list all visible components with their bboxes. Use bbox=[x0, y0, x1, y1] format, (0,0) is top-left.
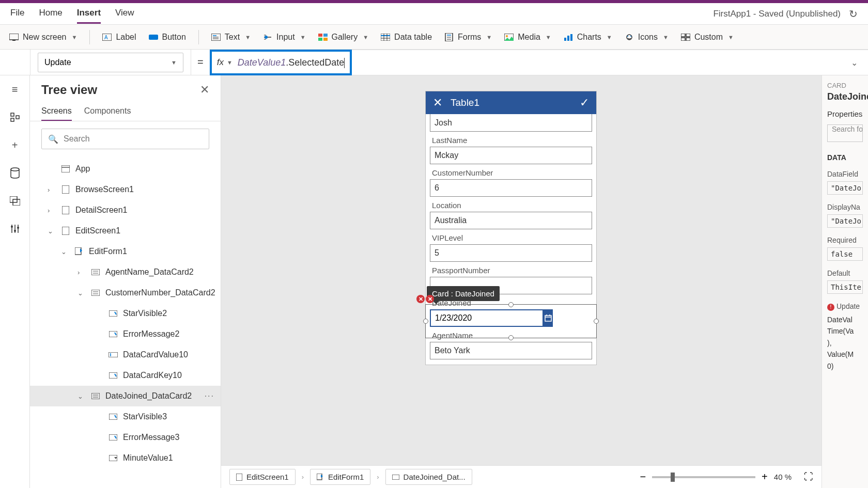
menu-file[interactable]: File bbox=[10, 4, 24, 24]
new-screen-button[interactable]: New screen▼ bbox=[9, 33, 77, 42]
last-name-label: LastName bbox=[430, 136, 592, 145]
close-icon[interactable]: ✕ bbox=[200, 83, 209, 97]
default-label: Default bbox=[827, 269, 863, 277]
add-icon[interactable]: + bbox=[8, 138, 22, 152]
fx-icon: fx bbox=[217, 57, 224, 68]
svg-point-44 bbox=[11, 226, 13, 228]
calendar-icon[interactable] bbox=[544, 309, 553, 327]
media-panel-icon[interactable] bbox=[8, 194, 22, 208]
chevron-down-icon[interactable]: ⌄ bbox=[78, 289, 86, 297]
data-section-header: DATA bbox=[827, 153, 863, 162]
close-icon[interactable]: ✕ bbox=[433, 96, 442, 109]
screen-icon bbox=[9, 33, 19, 42]
vip-level-input[interactable] bbox=[430, 244, 592, 262]
tree-node-customer-number-card[interactable]: ⌄ CustomerNumber_DataCard2 bbox=[30, 282, 221, 303]
tree-node-data-card-key-10[interactable]: DataCardKey10 bbox=[30, 365, 221, 386]
breadcrumb-edit-screen[interactable]: EditScreen1 bbox=[229, 469, 296, 485]
last-name-input[interactable] bbox=[430, 147, 592, 164]
formula-expand-icon[interactable]: ⌄ bbox=[851, 58, 858, 68]
displayname-value[interactable]: "DateJo bbox=[827, 214, 863, 228]
zoom-slider[interactable] bbox=[652, 476, 755, 478]
tree-node-star-visible-3[interactable]: StarVisible3 bbox=[30, 406, 221, 427]
property-selector[interactable]: Update ▼ bbox=[38, 53, 183, 72]
properties-tab[interactable]: Properties bbox=[827, 109, 863, 118]
chevron-right-icon[interactable]: › bbox=[48, 186, 56, 194]
tree-node-browse-screen[interactable]: › BrowseScreen1 bbox=[30, 179, 221, 200]
zoom-in-button[interactable]: + bbox=[762, 471, 768, 483]
text-dropdown[interactable]: Text▼ bbox=[211, 33, 251, 42]
chevron-down-icon[interactable]: ⌄ bbox=[78, 392, 86, 400]
gallery-dropdown[interactable]: Gallery▼ bbox=[318, 33, 369, 42]
tree-node-app[interactable]: App bbox=[30, 159, 221, 179]
zoom-out-button[interactable]: − bbox=[640, 471, 646, 483]
agent-name-input[interactable] bbox=[430, 342, 592, 359]
chevron-right-icon[interactable]: › bbox=[78, 269, 86, 276]
first-name-input[interactable] bbox=[430, 114, 592, 132]
tree-node-date-joined-card[interactable]: ⌄ DateJoined_DataCard2 ··· bbox=[30, 386, 221, 406]
error-badge-icon[interactable]: ✕ bbox=[416, 295, 425, 303]
tree-node-agent-name-card[interactable]: › AgentName_DataCard2 bbox=[30, 262, 221, 282]
chevron-right-icon: › bbox=[377, 473, 379, 481]
canvas[interactable]: ✕ Table1 ✓ LastName CustomerNumber Locat… bbox=[221, 75, 822, 488]
properties-search[interactable]: Search fo bbox=[827, 124, 863, 142]
tree-node-error-message-2[interactable]: ErrorMessage2 bbox=[30, 324, 221, 344]
customer-number-input[interactable] bbox=[430, 179, 592, 197]
charts-dropdown[interactable]: Charts▼ bbox=[564, 33, 612, 42]
icons-icon bbox=[625, 33, 634, 42]
tree-node-edit-form[interactable]: ⌄ EditForm1 bbox=[30, 241, 221, 262]
tree-node-star-visible-2[interactable]: StarVisible2 bbox=[30, 303, 221, 324]
tree-node-minute-value-1[interactable]: MinuteValue1 bbox=[30, 448, 221, 468]
tab-screens[interactable]: Screens bbox=[41, 102, 72, 121]
fit-screen-icon[interactable]: ⛶ bbox=[804, 471, 813, 482]
menu-view[interactable]: View bbox=[115, 4, 134, 24]
menu-bar: File Home Insert View FirstApp1 - Saved … bbox=[0, 3, 868, 25]
breadcrumb-date-joined[interactable]: DateJoined_Dat... bbox=[385, 469, 472, 485]
error-badge-icon[interactable]: ✕ bbox=[426, 295, 434, 303]
tab-components[interactable]: Components bbox=[84, 102, 131, 121]
tree-view-icon[interactable] bbox=[8, 111, 22, 124]
clock-icon[interactable]: ↻ bbox=[849, 8, 858, 20]
datafield-value[interactable]: "DateJo bbox=[827, 181, 863, 195]
equals-sign: = bbox=[191, 56, 210, 68]
tree-node-error-message-3[interactable]: ErrorMessage3 bbox=[30, 427, 221, 448]
chevron-down-icon[interactable]: ▼ bbox=[227, 59, 233, 66]
tree-node-detail-screen[interactable]: › DetailScreen1 bbox=[30, 200, 221, 221]
data-icon[interactable] bbox=[8, 166, 22, 180]
search-field[interactable] bbox=[64, 134, 203, 144]
check-icon[interactable]: ✓ bbox=[580, 96, 589, 109]
icons-dropdown[interactable]: Icons▼ bbox=[625, 33, 669, 42]
menu-insert[interactable]: Insert bbox=[77, 4, 101, 24]
default-value[interactable]: ThisIte bbox=[827, 280, 863, 294]
hamburger-icon[interactable]: ≡ bbox=[8, 83, 22, 96]
form-preview[interactable]: ✕ Table1 ✓ LastName CustomerNumber Locat… bbox=[425, 91, 597, 365]
data-table-button[interactable]: Data table bbox=[381, 33, 432, 42]
tree-node-data-card-value-10[interactable]: DataCardValue10 bbox=[30, 344, 221, 365]
chevron-right-icon[interactable]: › bbox=[48, 207, 56, 214]
location-input[interactable] bbox=[430, 212, 592, 229]
required-value[interactable]: false bbox=[827, 247, 863, 261]
error-badges[interactable]: ✕ ✕ bbox=[416, 295, 434, 303]
input-dropdown[interactable]: Input▼ bbox=[263, 33, 305, 42]
chevron-down-icon: ▼ bbox=[486, 34, 492, 40]
svg-rect-0 bbox=[9, 34, 19, 40]
tools-icon[interactable] bbox=[8, 222, 22, 235]
menu-home[interactable]: Home bbox=[39, 4, 62, 24]
date-joined-input[interactable] bbox=[430, 309, 544, 327]
svg-rect-50 bbox=[62, 206, 69, 214]
breadcrumb-bar: EditScreen1 › EditForm1 › DateJoined_Dat… bbox=[221, 465, 822, 488]
tree-node-edit-screen[interactable]: ⌄ EditScreen1 bbox=[30, 221, 221, 241]
chevron-down-icon[interactable]: ⌄ bbox=[48, 227, 56, 235]
button-button[interactable]: Button bbox=[149, 33, 186, 42]
label-button[interactable]: A Label bbox=[102, 33, 136, 42]
search-input[interactable]: 🔍 bbox=[41, 129, 209, 149]
chevron-down-icon[interactable]: ⌄ bbox=[61, 248, 69, 256]
left-toolbar: ≡ + bbox=[0, 75, 30, 488]
custom-dropdown[interactable]: Custom▼ bbox=[681, 33, 734, 42]
update-code[interactable]: DateVal Time(Va ), Value(M 0) bbox=[827, 314, 863, 372]
forms-dropdown[interactable]: Forms▼ bbox=[444, 33, 492, 42]
more-icon[interactable]: ··· bbox=[205, 391, 214, 401]
formula-input[interactable]: fx ▼ DateValue1.SelectedDate bbox=[210, 50, 352, 75]
media-dropdown[interactable]: Media▼ bbox=[504, 33, 551, 42]
breadcrumb-edit-form[interactable]: EditForm1 bbox=[310, 469, 370, 485]
separator bbox=[89, 30, 90, 44]
